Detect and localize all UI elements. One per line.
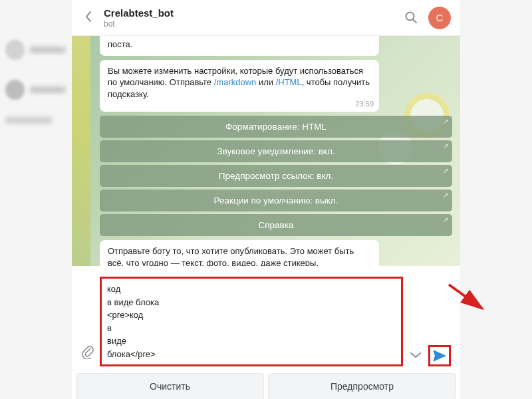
search-icon[interactable]	[404, 11, 419, 25]
inline-keyboard: Форматирование: HTML↗ Звуковое уведомлен…	[100, 116, 452, 236]
chat-title-block[interactable]: Crelabtest_bot bot	[104, 7, 404, 29]
reply-keyboard: Очистить Предпросмотр Отменить Настройки…	[72, 373, 460, 399]
chat-title: Crelabtest_bot	[104, 7, 404, 19]
external-icon: ↗	[443, 192, 448, 199]
attach-icon[interactable]	[81, 344, 94, 366]
inline-button-help[interactable]: Справка↗	[100, 214, 452, 236]
decorative-strip	[72, 36, 90, 266]
avatar[interactable]: C	[428, 7, 451, 29]
inline-button-formatting[interactable]: Форматирование: HTML↗	[100, 116, 452, 138]
sidebar-blurred	[5, 40, 65, 133]
html-link[interactable]: /HTML	[276, 77, 302, 87]
chat-header: Crelabtest_bot bot C	[72, 0, 460, 36]
reply-button-preview[interactable]: Предпросмотр	[268, 373, 456, 399]
avatar-letter: C	[436, 12, 444, 23]
inline-button-reactions[interactable]: Реакции по умолчанию: выкл.↗	[100, 190, 452, 211]
chat-subtitle: bot	[104, 19, 404, 29]
external-icon: ↗	[443, 216, 448, 223]
message-text: Отправьте боту то, что хотите опубликова…	[108, 246, 354, 266]
message-text-tail: поста.	[108, 39, 132, 49]
external-icon: ↗	[443, 118, 448, 125]
message-input[interactable]: код в виде блока <pre>код в виде блока</…	[100, 277, 403, 366]
message-text: или	[256, 77, 275, 87]
chat-area[interactable]: поста. Вы можете изменить настройки, кот…	[72, 36, 460, 266]
chevron-down-icon[interactable]	[408, 348, 423, 366]
inline-button-preview[interactable]: Предпросмотр ссылок: вкл.↗	[100, 165, 452, 187]
message-bubble: поста.	[100, 36, 379, 56]
external-icon: ↗	[443, 167, 448, 174]
markdown-link[interactable]: /markdown	[214, 77, 257, 87]
message-bubble: Отправьте боту то, что хотите опубликова…	[100, 240, 379, 266]
svg-line-1	[413, 19, 416, 23]
inline-button-sound[interactable]: Звуковое уведомление: вкл.↗	[100, 140, 452, 162]
chat-window: Crelabtest_bot bot C поста. Вы можете из…	[72, 0, 460, 399]
reply-button-clear[interactable]: Очистить	[76, 373, 264, 399]
message-time: 23:59	[355, 99, 374, 109]
compose-area: код в виде блока <pre>код в виде блока</…	[72, 266, 460, 370]
send-button-highlight	[428, 345, 451, 366]
message-bubble: Вы можете изменить настройки, которые бу…	[100, 60, 379, 112]
back-icon[interactable]	[81, 11, 96, 25]
external-icon: ↗	[443, 142, 448, 150]
send-button[interactable]	[432, 349, 447, 362]
